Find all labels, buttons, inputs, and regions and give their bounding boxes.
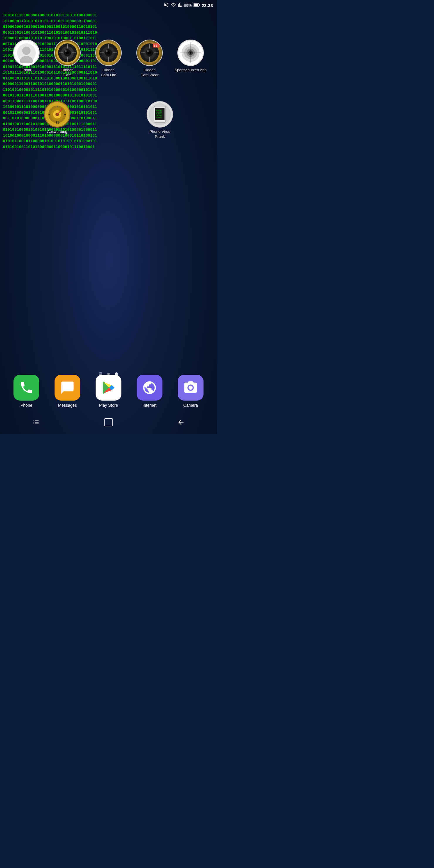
dock-messages[interactable]: Messages [51, 375, 84, 408]
app-hiddencam[interactable]: HiddenCam [50, 39, 85, 78]
hiddencamwear-label: HiddenCam Wear [141, 68, 159, 78]
app-row-2: 50 Auswertung 0100110 1011010 0110100 10… [0, 101, 217, 139]
dock-camera[interactable]: Camera [175, 375, 207, 408]
mute-icon [164, 2, 169, 8]
hiddencamlite-icon [95, 39, 122, 66]
nav-bar [0, 410, 217, 434]
app-frindr[interactable]: Frindr [9, 39, 44, 73]
svg-point-34 [65, 50, 67, 52]
svg-text:SB: SB [154, 44, 157, 47]
hiddencam-icon [54, 39, 81, 66]
battery-percent: 89% [184, 3, 192, 8]
phonevirus-label: Phone VirusPrank [150, 129, 170, 139]
svg-point-33 [66, 51, 69, 54]
hiddencamlite-label: HiddenCam Lite [101, 68, 116, 78]
status-bar: 89% 23:33 [0, 0, 217, 10]
app-row-1: Frindr HiddenCam [0, 39, 217, 78]
time-display: 23:33 [202, 3, 213, 8]
svg-text:0100001: 0100001 [156, 116, 162, 118]
phone-dock-icon [13, 375, 39, 401]
svg-text:50: 50 [56, 121, 60, 124]
frindr-icon [13, 39, 39, 66]
hiddencamwear-icon: SB [136, 39, 163, 66]
playstore-dock-label: Play Store [99, 403, 118, 408]
svg-point-53 [148, 51, 151, 54]
svg-point-27 [22, 46, 31, 55]
phonevirus-icon: 0100110 1011010 0110100 1001010 0100001 [147, 101, 173, 128]
nav-home-button[interactable] [101, 415, 116, 430]
camera-dock-icon [178, 375, 204, 401]
svg-point-54 [147, 50, 149, 52]
wifi-icon [170, 2, 176, 8]
bottom-dock: Phone Messages [0, 375, 217, 408]
auswertung-icon: 50 [44, 101, 70, 128]
dock-playstore[interactable]: Play Store [92, 375, 125, 408]
app-sportschutz[interactable]: Sportschützen App [173, 39, 208, 73]
camera-dock-label: Camera [183, 403, 198, 408]
svg-rect-25 [194, 4, 198, 6]
dock-phone[interactable]: Phone [10, 375, 42, 408]
internet-dock-icon [137, 375, 162, 401]
signal-icon [178, 2, 182, 8]
sportschutz-icon [178, 39, 204, 66]
svg-rect-24 [199, 4, 200, 6]
frindr-label: Frindr [22, 68, 31, 73]
nav-recent-button[interactable] [29, 415, 43, 430]
messages-dock-label: Messages [58, 403, 77, 408]
playstore-dock-icon [96, 375, 121, 401]
svg-rect-92 [105, 418, 112, 426]
app-hiddencamlite[interactable]: HiddenCam Lite [91, 39, 126, 78]
dock-internet[interactable]: Internet [133, 375, 166, 408]
auswertung-label: Auswertung [47, 129, 67, 134]
svg-point-43 [107, 51, 110, 54]
app-phonevirus[interactable]: 0100110 1011010 0110100 1001010 0100001 … [142, 101, 178, 139]
internet-dock-label: Internet [143, 403, 156, 408]
hiddencam-label: HiddenCam [61, 68, 73, 78]
svg-point-44 [106, 50, 107, 52]
sportschutz-label: Sportschützen App [175, 68, 207, 73]
messages-dock-icon [55, 375, 80, 401]
app-auswertung[interactable]: 50 Auswertung [39, 101, 75, 134]
phone-dock-label: Phone [21, 403, 32, 408]
battery-icon [193, 3, 200, 8]
nav-back-button[interactable] [174, 415, 188, 430]
app-hiddencamwear[interactable]: SB HiddenCam Wear [132, 39, 167, 78]
